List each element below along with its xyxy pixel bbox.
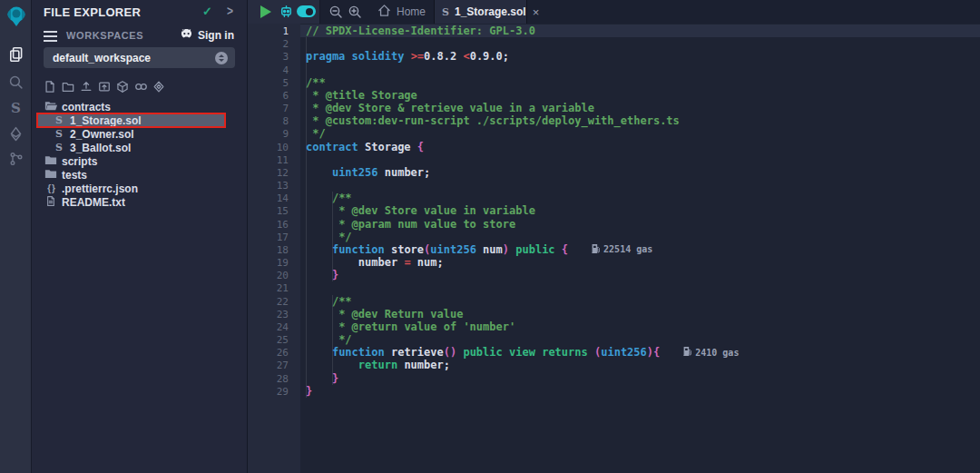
line-number: 7 [248,103,289,114]
editor-toolbar: Home S 1_Storage.sol × [248,0,980,24]
tree-item-1-storage-sol[interactable]: S1_Storage.sol [38,113,224,127]
toolbar-run-group [248,0,320,24]
chevron-right-icon[interactable]: > [227,4,233,19]
copilot-toggle[interactable] [297,5,316,17]
line-number: 20 [248,270,289,281]
ai-copilot-robot-icon[interactable] [279,4,294,23]
sidebar-item-file-explorer[interactable] [0,42,32,67]
sign-in-button[interactable]: Sign in [180,28,234,43]
upload-file-icon [80,81,93,96]
line-number: 27 [248,360,289,371]
line-number: 22 [248,296,289,308]
tree-item-label: 3_Ballot.sol [70,142,131,154]
sidebar-item-remix-logo[interactable] [0,4,32,29]
line-number: 17 [248,232,289,243]
remix-logo-icon [4,4,29,29]
code-line-16: * @param num value to store [306,218,515,231]
tree-item-3-ballot-sol[interactable]: S3_Ballot.sol [32,141,248,154]
tree-item-tests[interactable]: tests [32,168,248,182]
diamond-button[interactable] [152,80,165,94]
check-icon[interactable]: ✓ [202,5,212,18]
folder-icon [44,154,57,169]
code-line-24: * @return value of 'number' [306,320,515,333]
tree-item-2-owner-sol[interactable]: S2_Owner.sol [32,127,248,141]
code-line-19: number = num; [306,256,444,269]
upload-folder-button[interactable] [98,80,111,94]
workspaces-menu-icon[interactable] [44,31,57,33]
github-icon [180,28,193,43]
zoom-out-icon[interactable] [328,5,343,23]
folder-icon [44,169,57,182]
new-file-button[interactable] [44,80,56,94]
deploy-run-icon [8,126,24,142]
sidebar-item-solidity-compiler[interactable]: S [0,95,32,121]
code-line-22: /** [306,295,352,308]
file-actions-toolbar [44,80,165,94]
sidebar-item-git[interactable] [0,146,32,172]
new-folder-button[interactable] [62,80,74,94]
search-icon [8,74,24,90]
workspace-stepper-icon [215,52,228,64]
file-explorer-panel: FILE EXPLORER ✓ > WORKSPACES Sign in def… [32,0,248,473]
cube-icon [116,81,129,96]
tree-item--prettierrc-json[interactable]: { }.prettierrc.json [32,182,248,195]
code-line-18: function store(uint256 num) public {2251… [306,243,652,256]
file-tree: contractsS1_Storage.solS2_Owner.solS3_Ba… [32,100,248,209]
line-number: 18 [248,244,289,256]
tree-item-label: 2_Owner.sol [70,128,134,141]
solidity-compiler-icon: S [11,100,21,116]
tree-item-contracts[interactable]: contracts [32,100,248,113]
plugin-icon-sidebar: S [0,0,32,473]
sidebar-item-search[interactable] [0,69,32,94]
line-number: 21 [248,282,289,294]
line-number: 10 [248,142,289,153]
line-number: 24 [248,321,289,333]
link-button[interactable] [134,80,147,94]
workspaces-label: WORKSPACES [66,30,143,41]
upload-folder-icon [98,81,111,96]
line-number: 28 [248,373,289,385]
line-number: 14 [248,192,289,204]
solidity-file-icon: S [53,114,65,127]
code-line-28: } [306,372,338,385]
gas-pump-icon [683,347,691,358]
file-icon [44,196,57,209]
tree-item-label: 1_Storage.sol [70,114,142,127]
upload-file-button[interactable] [80,80,93,94]
tree-item-readme-txt[interactable]: README.txt [32,195,248,209]
home-tab-label: Home [397,5,426,18]
line-number: 19 [248,257,289,269]
line-number: 1 [248,25,289,37]
line-number: 23 [248,309,289,320]
sidebar-item-deploy-run[interactable] [0,121,32,146]
cube-button[interactable] [116,80,129,94]
tab-1-storage-sol[interactable]: S 1_Storage.sol × [434,0,527,24]
indent-guide [332,192,333,281]
code-line-17: */ [306,231,352,243]
tree-item-label: scripts [62,155,97,168]
tree-item-scripts[interactable]: scripts [32,154,248,168]
panel-title: FILE EXPLORER [44,5,141,19]
code-line-9: */ [306,127,326,140]
tree-item-label: contracts [62,101,111,113]
line-number: 26 [248,347,289,359]
indent-guide [332,295,333,385]
line-number: 15 [248,205,289,217]
tab-close-icon[interactable]: × [533,5,540,19]
diamond-icon [152,81,165,96]
line-number: 25 [248,334,289,346]
run-script-play-icon[interactable] [260,5,271,18]
line-number: 4 [248,64,289,76]
line-number: 5 [248,77,289,89]
code-editor[interactable]: 1234567891011121314151617181920212223242… [248,24,980,473]
tree-item-label: .prettierrc.json [62,182,138,195]
code-line-12: uint256 number; [306,166,430,179]
code-line-6: * @title Storage [306,89,417,102]
gas-estimate-badge: 2410 gas [683,347,739,358]
code-line-25: */ [306,333,352,346]
zoom-in-icon[interactable] [348,5,362,23]
tab-home[interactable]: Home [368,0,435,24]
folder-open-icon [44,100,57,114]
workspace-select[interactable]: default_workspace [44,47,235,68]
workspace-selected-value: default_workspace [53,52,215,64]
